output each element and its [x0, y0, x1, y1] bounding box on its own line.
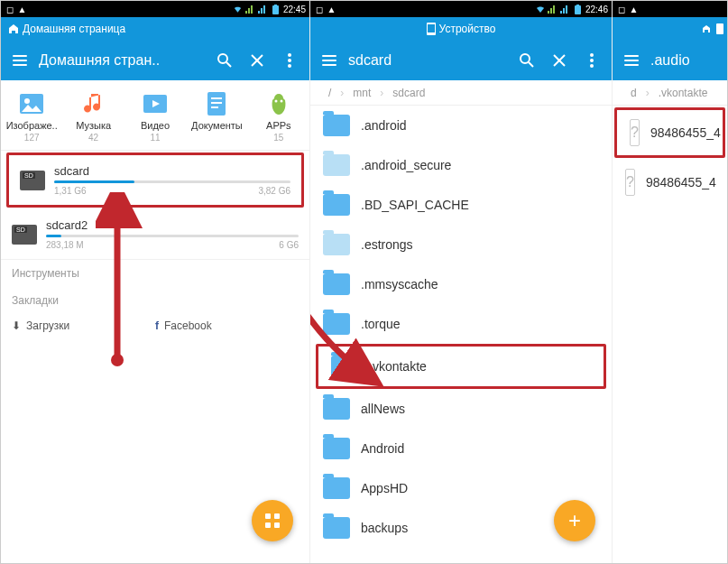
- battery-icon: [573, 5, 583, 14]
- file-list: ?98486455_4?98486455_4: [613, 107, 727, 205]
- more-button[interactable]: [275, 46, 304, 75]
- folder-item[interactable]: .vkontakte: [316, 344, 606, 389]
- section-tools: Инструменты: [1, 260, 309, 287]
- storage-bar: [46, 235, 299, 237]
- warning-icon: ▲: [327, 5, 336, 14]
- sdcard-icon: [20, 171, 45, 190]
- notif-icon: ◻: [5, 5, 14, 14]
- app-header: sdcard: [310, 41, 612, 80]
- category-images[interactable]: Изображе.. 127: [1, 91, 62, 143]
- storage-sdcard[interactable]: sdcard 1,31 G6 3,82 G6: [6, 153, 304, 208]
- category-video[interactable]: Видео 11: [124, 91, 186, 143]
- fab-menu[interactable]: [252, 500, 293, 541]
- svg-rect-24: [575, 5, 581, 14]
- fab-add[interactable]: +: [554, 500, 595, 541]
- storage-name: sdcard2: [46, 218, 299, 232]
- svg-point-17: [280, 100, 282, 103]
- folder-item[interactable]: .android_secure: [310, 145, 612, 185]
- header-title: .audio: [645, 52, 722, 69]
- svg-rect-19: [274, 513, 280, 519]
- svg-rect-27: [428, 24, 435, 32]
- breadcrumb-item[interactable]: d: [620, 87, 648, 99]
- folder-name: .vkontakte: [369, 359, 427, 374]
- file-item[interactable]: ?98486455_4: [614, 107, 725, 158]
- panel-home: ◻ ▲ 22:45: [1, 1, 310, 563]
- svg-rect-25: [576, 5, 579, 6]
- tab-row: [613, 17, 727, 41]
- folder-item[interactable]: .torque: [310, 304, 612, 344]
- svg-rect-15: [211, 106, 218, 108]
- search-button[interactable]: [512, 46, 541, 75]
- svg-line-29: [529, 62, 533, 67]
- tab-title[interactable]: Устройство: [439, 23, 496, 35]
- wifi-icon: [535, 5, 545, 14]
- battery-icon: [271, 5, 281, 14]
- close-button[interactable]: [243, 46, 272, 75]
- app-header: .audio: [613, 41, 727, 80]
- folder-item[interactable]: Android: [310, 429, 612, 468]
- folder-icon: [323, 517, 350, 539]
- menu-button[interactable]: [6, 47, 33, 74]
- breadcrumb-item[interactable]: .vkontakte: [648, 87, 719, 99]
- folder-item[interactable]: allNews: [310, 389, 612, 429]
- svg-point-32: [590, 53, 594, 57]
- folder-item[interactable]: .android: [310, 106, 612, 145]
- notif-icon: ◻: [314, 5, 324, 14]
- document-icon: [204, 91, 229, 116]
- header-title: sdcard: [343, 52, 512, 69]
- svg-rect-0: [272, 5, 279, 14]
- bookmark-downloads[interactable]: ⬇ Загрузки: [12, 319, 155, 332]
- signal-icon: [245, 5, 255, 14]
- sdcard-icon: [12, 225, 37, 245]
- folder-icon: [323, 194, 350, 216]
- folder-name: Android: [361, 441, 404, 456]
- music-icon: [81, 91, 106, 116]
- folder-item[interactable]: .mmsyscache: [310, 264, 612, 304]
- file-item[interactable]: ?98486455_4: [613, 160, 727, 205]
- breadcrumb-item[interactable]: /: [318, 87, 342, 99]
- svg-rect-21: [274, 522, 280, 528]
- search-button[interactable]: [210, 46, 239, 75]
- signal-icon-2: [258, 5, 268, 14]
- category-apps[interactable]: APPs 15: [248, 91, 309, 143]
- breadcrumb-item[interactable]: sdcard: [382, 87, 436, 99]
- folder-icon: [323, 234, 350, 255]
- menu-button[interactable]: [618, 47, 645, 74]
- app-header: Домашняя стран..: [1, 41, 309, 80]
- breadcrumb-item[interactable]: mnt: [342, 87, 382, 99]
- storage-sdcard2[interactable]: sdcard2 283,18 M 6 G6: [1, 209, 309, 260]
- header-title: Домашняя стран..: [33, 52, 210, 69]
- folder-name: .torque: [361, 317, 401, 331]
- category-music[interactable]: Музыка 42: [62, 91, 124, 143]
- file-name: 98486455_4: [646, 175, 716, 190]
- tab-row: Устройство: [310, 17, 612, 41]
- folder-name: .BD_SAPI_CACHE: [361, 198, 469, 212]
- svg-rect-18: [265, 513, 271, 519]
- svg-rect-13: [211, 97, 222, 99]
- folder-name: .android: [361, 118, 407, 133]
- storage-total: 6 G6: [279, 240, 299, 250]
- close-button[interactable]: [545, 46, 574, 75]
- bookmark-facebook[interactable]: f Facebook: [155, 319, 299, 332]
- folder-icon: [323, 438, 350, 459]
- more-button[interactable]: [577, 46, 606, 75]
- breadcrumb: d .vkontakte: [613, 80, 727, 106]
- folder-list: .android.android_secure.BD_SAPI_CACHE.es…: [310, 106, 612, 548]
- category-docs[interactable]: Документы: [186, 91, 247, 143]
- svg-rect-1: [274, 5, 277, 6]
- storage-name: sdcard: [54, 164, 290, 178]
- svg-point-6: [288, 53, 291, 57]
- folder-item[interactable]: .estrongs: [310, 225, 612, 264]
- wifi-icon: [233, 5, 243, 14]
- home-icon: [8, 23, 19, 34]
- apps-icon: [266, 91, 291, 116]
- svg-rect-36: [716, 23, 723, 34]
- folder-name: AppsHD: [361, 481, 408, 495]
- status-bar: ◻ ▲: [613, 1, 727, 17]
- tab-title[interactable]: Домашняя страница: [23, 23, 125, 35]
- folder-name: .estrongs: [361, 237, 413, 252]
- folder-item[interactable]: .BD_SAPI_CACHE: [310, 185, 612, 225]
- category-row: Изображе.. 127 Музыка 42 Видео 11 Докуме…: [1, 80, 309, 151]
- menu-button[interactable]: [316, 47, 343, 74]
- svg-point-8: [288, 64, 291, 68]
